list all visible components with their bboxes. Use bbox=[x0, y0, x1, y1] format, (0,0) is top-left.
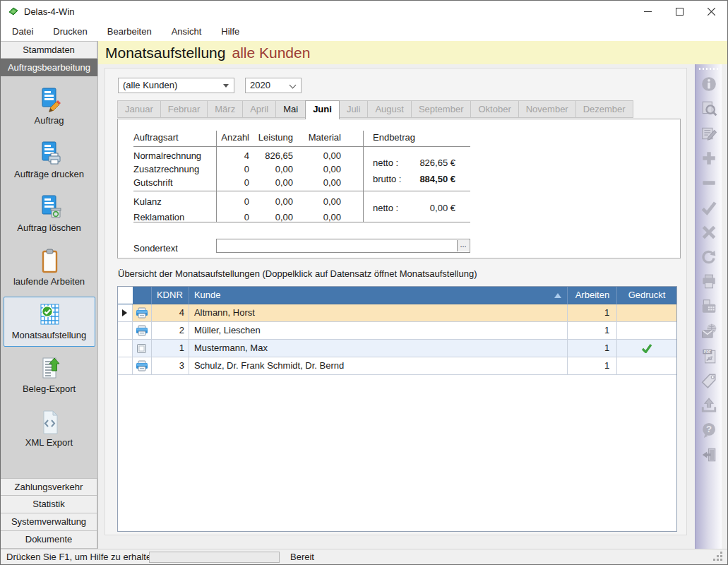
menu-bearbeiten[interactable]: Bearbeiten bbox=[100, 23, 159, 40]
sidebar-item-auftrag[interactable]: Auftrag bbox=[4, 82, 95, 132]
minimize-button[interactable] bbox=[632, 1, 664, 22]
tag-icon[interactable] bbox=[700, 372, 717, 389]
sidebar-group-systemverwaltung[interactable]: Systemverwaltung bbox=[1, 513, 97, 531]
tab-maerz[interactable]: März bbox=[207, 100, 243, 118]
sondertext-input[interactable]: ... bbox=[216, 239, 470, 253]
info-icon[interactable] bbox=[700, 76, 717, 93]
maximize-button[interactable] bbox=[664, 1, 696, 22]
sort-ascending-icon[interactable] bbox=[554, 293, 561, 298]
resize-grip[interactable] bbox=[720, 552, 722, 554]
refresh-icon[interactable] bbox=[700, 249, 717, 266]
row-material: 0,00 bbox=[300, 212, 341, 222]
grid-row-schulz[interactable]: 3 Schulz, Dr. Frank Schmidt, Dr. Bernd 1 bbox=[118, 357, 676, 375]
grid-row-mueller[interactable]: 2 Müller, Lieschen 1 bbox=[118, 322, 676, 340]
exit-icon[interactable] bbox=[700, 446, 717, 463]
sidebar-item-laufende-arbeiten[interactable]: laufende Arbeiten bbox=[4, 243, 95, 293]
chevron-down-icon bbox=[290, 82, 297, 89]
column-header-kdnr[interactable]: KDNR bbox=[152, 287, 189, 304]
column-header-arbeiten[interactable]: Arbeiten bbox=[568, 287, 617, 304]
sidebar-item-xml-export[interactable]: XML Export bbox=[4, 404, 95, 454]
row-material: 0,00 bbox=[300, 164, 341, 174]
sidebar-item-auftraege-drucken[interactable]: Aufträge drucken bbox=[4, 136, 95, 186]
tab-mai[interactable]: Mai bbox=[275, 100, 306, 118]
brutto-value: 884,50 € bbox=[393, 174, 455, 184]
printer-icon bbox=[133, 357, 152, 375]
cell-kdnr: 4 bbox=[152, 304, 189, 322]
import-icon[interactable] bbox=[700, 397, 717, 414]
document-delete-icon bbox=[4, 194, 95, 221]
month-summary-page: Auftragsart Anzahl Leistung Material End… bbox=[117, 119, 681, 258]
sondertext-browse-button[interactable]: ... bbox=[457, 240, 469, 251]
tab-april[interactable]: April bbox=[242, 100, 276, 118]
tab-september[interactable]: September bbox=[411, 100, 472, 118]
col-header-leistung: Leistung bbox=[253, 132, 293, 143]
sidebar-item-auftrag-loeschen[interactable]: Auftrag löschen bbox=[4, 189, 95, 239]
tab-februar[interactable]: Februar bbox=[160, 100, 208, 118]
add-icon[interactable] bbox=[700, 150, 717, 167]
edit-icon[interactable] bbox=[700, 125, 717, 142]
tab-januar[interactable]: Januar bbox=[117, 100, 161, 118]
tab-juni[interactable]: Juni bbox=[305, 100, 340, 119]
sidebar: Stammdaten Auftragsbearbeitung Auftrag A… bbox=[1, 41, 98, 549]
sidebar-item-label: laufende Arbeiten bbox=[13, 276, 85, 287]
cell-gedruckt bbox=[617, 304, 676, 322]
menu-drucken[interactable]: Drucken bbox=[46, 23, 94, 40]
col-header-auftragsart: Auftragsart bbox=[133, 132, 179, 143]
email-icon[interactable] bbox=[700, 323, 717, 340]
row-label: Reklamation bbox=[133, 212, 184, 222]
row-indicator bbox=[118, 340, 133, 357]
preview-icon[interactable] bbox=[700, 100, 717, 117]
clipboard-icon bbox=[4, 248, 95, 275]
tab-oktober[interactable]: Oktober bbox=[470, 100, 518, 118]
cell-kdnr: 1 bbox=[152, 340, 189, 357]
sidebar-group-auftragsbearbeitung[interactable]: Auftragsbearbeitung bbox=[1, 59, 97, 76]
cancel-icon[interactable] bbox=[700, 224, 717, 241]
tab-juli[interactable]: Juli bbox=[339, 100, 369, 118]
sidebar-item-beleg-export[interactable]: Beleg-Export bbox=[4, 350, 95, 400]
sidebar-group-stammdaten[interactable]: Stammdaten bbox=[1, 41, 97, 59]
cell-kunde: Mustermann, Max bbox=[189, 340, 568, 357]
cell-kdnr: 2 bbox=[152, 322, 189, 340]
menu-ansicht[interactable]: Ansicht bbox=[165, 23, 209, 40]
sidebar-group-zahlungsverkehr[interactable]: Zahlungsverkehr bbox=[1, 478, 97, 496]
year-filter-value: 2020 bbox=[250, 80, 270, 90]
close-button[interactable] bbox=[696, 1, 727, 22]
divider bbox=[133, 146, 470, 147]
row-leistung: 826,65 bbox=[253, 150, 293, 161]
menu-datei[interactable]: Datei bbox=[5, 23, 40, 40]
year-filter-select[interactable]: 2020 bbox=[245, 78, 302, 93]
grid-row-mustermann[interactable]: 1 Mustermann, Max 1 bbox=[118, 340, 676, 357]
help-icon[interactable]: ? bbox=[700, 422, 717, 439]
cell-arbeiten: 1 bbox=[568, 304, 617, 322]
row-leistung: 0,00 bbox=[253, 196, 293, 207]
column-header-kunde[interactable]: Kunde bbox=[189, 287, 568, 304]
row-anzahl: 0 bbox=[210, 196, 249, 207]
pdf-export-icon[interactable]: PDF bbox=[700, 347, 717, 364]
column-header-gedruckt[interactable]: Gedruckt bbox=[617, 287, 676, 304]
confirm-icon[interactable] bbox=[700, 199, 717, 216]
row-leistung: 0,00 bbox=[253, 177, 293, 188]
col-header-material: Material bbox=[300, 132, 341, 143]
menu-hilfe[interactable]: Hilfe bbox=[214, 23, 246, 40]
xml-document-icon bbox=[4, 409, 95, 436]
sidebar-group-statistik[interactable]: Statistik bbox=[1, 496, 97, 513]
row-label: Gutschrift bbox=[133, 177, 173, 188]
customer-filter-select[interactable]: (alle Kunden) bbox=[118, 78, 234, 93]
grid-row-altmann[interactable]: 4 Altmann, Horst 1 bbox=[118, 304, 676, 322]
tab-november[interactable]: November bbox=[518, 100, 576, 118]
remove-icon[interactable] bbox=[700, 174, 717, 191]
print-icon[interactable] bbox=[700, 273, 717, 290]
tab-august[interactable]: August bbox=[367, 100, 411, 118]
row-leistung: 0,00 bbox=[253, 212, 293, 222]
fax-icon[interactable] bbox=[700, 298, 717, 315]
toolbar-grip-handle[interactable] bbox=[699, 68, 719, 70]
document-export-icon bbox=[4, 355, 95, 382]
right-toolbar: PDF ? bbox=[695, 64, 722, 549]
tab-dezember[interactable]: Dezember bbox=[575, 100, 633, 118]
page-header: Monatsaufstellung alle Kunden bbox=[98, 41, 727, 64]
grid-header-row: KDNR Kunde Arbeiten Gedruckt bbox=[118, 287, 676, 304]
sidebar-item-monatsaufstellung[interactable]: Monatsaufstellung bbox=[4, 297, 95, 347]
menubar: Datei Drucken Bearbeiten Ansicht Hilfe bbox=[1, 22, 727, 41]
row-label: Normalrechnung bbox=[133, 150, 201, 161]
sidebar-group-dokumente[interactable]: Dokumente bbox=[1, 531, 97, 549]
